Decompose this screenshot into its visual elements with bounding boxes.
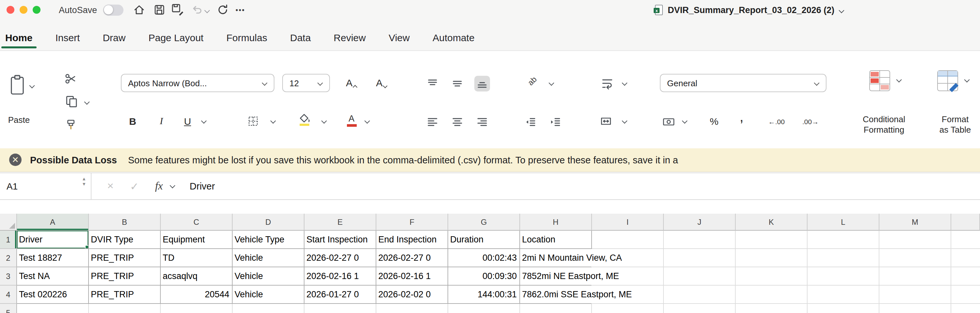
copy-chevron-icon[interactable] (84, 100, 89, 105)
column-header-J[interactable]: J (664, 214, 736, 231)
row-header-3[interactable]: 3 (0, 267, 17, 286)
cell-G2[interactable]: 00:02:43 (448, 249, 520, 267)
cell-D5[interactable] (232, 304, 304, 313)
cell-A5[interactable] (17, 304, 89, 313)
cell-G4[interactable]: 144:00:31 (448, 286, 520, 304)
save-as-icon[interactable] (171, 3, 184, 16)
format-as-table-chevron-icon[interactable] (964, 78, 970, 83)
autosave-toggle[interactable] (103, 4, 123, 15)
cell-D2[interactable]: Vehicle (232, 249, 304, 267)
select-all-button[interactable] (0, 214, 17, 231)
minimize-window-button[interactable] (20, 6, 27, 14)
column-header-H[interactable]: H (520, 214, 592, 231)
cell-C5[interactable] (161, 304, 232, 313)
warning-close-icon[interactable]: ✕ (9, 154, 22, 166)
bold-button[interactable]: B (126, 114, 140, 128)
cell-M4[interactable] (880, 286, 951, 304)
column-header-D[interactable]: D (232, 214, 304, 231)
grow-font-button[interactable]: A (344, 75, 360, 90)
conditional-formatting-label[interactable]: Conditional Formatting (845, 114, 923, 135)
redo-icon[interactable] (216, 3, 229, 16)
cell-M1[interactable] (880, 231, 951, 249)
row-header-4[interactable]: 4 (0, 286, 17, 304)
cell-L5[interactable] (808, 304, 880, 313)
save-icon[interactable] (153, 3, 165, 16)
merge-chevron-icon[interactable] (622, 119, 627, 124)
align-middle-icon[interactable] (450, 76, 465, 92)
cell-C4[interactable]: 20544 (161, 286, 232, 304)
more-toolbar-icon[interactable]: ••• (235, 6, 245, 14)
underline-chevron-icon[interactable] (201, 119, 207, 124)
cell-H4[interactable]: 7862.0mi SSE Eastport, ME (520, 286, 592, 304)
font-name-select[interactable]: Aptos Narrow (Bod... (121, 74, 274, 92)
cell-H3[interactable]: 7852mi NE Eastport, ME (520, 267, 592, 286)
align-left-icon[interactable] (425, 114, 440, 130)
cell-E5[interactable] (304, 304, 376, 313)
cell-B4[interactable]: PRE_TRIP (89, 286, 161, 304)
cell-K3[interactable] (736, 267, 808, 286)
cell-F5[interactable] (376, 304, 448, 313)
format-as-table-label[interactable]: Format as Table (915, 114, 980, 135)
cell-A3[interactable]: Test NA (17, 267, 89, 286)
cell-E4[interactable]: 2026-01-27 0 (304, 286, 376, 304)
cell-N4[interactable] (951, 286, 980, 304)
stepper-up-icon[interactable]: ▲ (82, 176, 86, 182)
cell-E2[interactable]: 2026-02-27 0 (304, 249, 376, 267)
column-header-F[interactable]: F (376, 214, 448, 231)
row-header-2[interactable]: 2 (0, 249, 17, 267)
cell-L4[interactable] (808, 286, 880, 304)
cell-L1[interactable] (808, 231, 880, 249)
cell-F3[interactable]: 2026-02-16 1 (376, 267, 448, 286)
format-painter-icon[interactable] (65, 119, 77, 131)
row-header-5[interactable]: 5 (0, 304, 17, 313)
column-header-E[interactable]: E (304, 214, 376, 231)
cell-K5[interactable] (736, 304, 808, 313)
cell-K2[interactable] (736, 249, 808, 267)
align-center-icon[interactable] (450, 114, 465, 130)
cell-H2[interactable]: 2mi N Mountain View, CA (520, 249, 592, 267)
shrink-font-button[interactable]: A (374, 75, 390, 90)
formula-input[interactable]: Driver (190, 181, 215, 191)
close-window-button[interactable] (6, 6, 14, 14)
cell-D4[interactable]: Vehicle (232, 286, 304, 304)
cell-C2[interactable]: TD (161, 249, 232, 267)
decrease-decimal-button[interactable]: .00→ (802, 118, 819, 126)
cell-D3[interactable]: Vehicle (232, 267, 304, 286)
column-header-K[interactable]: K (736, 214, 808, 231)
tab-formulas[interactable]: Formulas (226, 32, 267, 50)
font-color-chevron-icon[interactable] (364, 119, 370, 124)
align-bottom-icon[interactable] (474, 76, 490, 92)
cell-H5[interactable] (520, 304, 592, 313)
fill-handle[interactable] (85, 245, 89, 249)
cell-A4[interactable]: Test 020226 (17, 286, 89, 304)
tab-draw[interactable]: Draw (103, 32, 126, 50)
cell-J1[interactable] (664, 231, 736, 249)
cell-N3[interactable] (951, 267, 980, 286)
cell-F1[interactable]: End Inspection (376, 231, 448, 249)
number-format-select[interactable]: General (660, 74, 826, 92)
merge-center-icon[interactable] (600, 115, 612, 127)
cell-K1[interactable] (736, 231, 808, 249)
cell-H1[interactable]: Location (520, 231, 592, 249)
orientation-chevron-icon[interactable] (549, 81, 554, 86)
enter-icon[interactable]: ✓ (130, 180, 139, 192)
cell-A1[interactable]: Driver (17, 231, 89, 249)
tab-insert[interactable]: Insert (55, 32, 80, 50)
accounting-format-icon[interactable] (662, 116, 675, 128)
borders-icon[interactable] (247, 115, 259, 127)
fill-color-icon[interactable] (298, 113, 311, 127)
conditional-formatting-icon[interactable] (869, 70, 891, 92)
tab-view[interactable]: View (389, 32, 410, 50)
cell-I1[interactable] (592, 231, 664, 249)
cell-C3[interactable]: acsaqlvq (161, 267, 232, 286)
cell-M3[interactable] (880, 267, 951, 286)
paste-icon[interactable] (9, 75, 26, 95)
font-color-icon[interactable]: A (344, 114, 359, 126)
cancel-icon[interactable]: × (107, 180, 114, 193)
cell-K4[interactable] (736, 286, 808, 304)
column-header-partial[interactable] (951, 214, 980, 231)
column-header-C[interactable]: C (161, 214, 232, 231)
borders-chevron-icon[interactable] (270, 119, 276, 124)
cell-B3[interactable]: PRE_TRIP (89, 267, 161, 286)
cell-G3[interactable]: 00:09:30 (448, 267, 520, 286)
